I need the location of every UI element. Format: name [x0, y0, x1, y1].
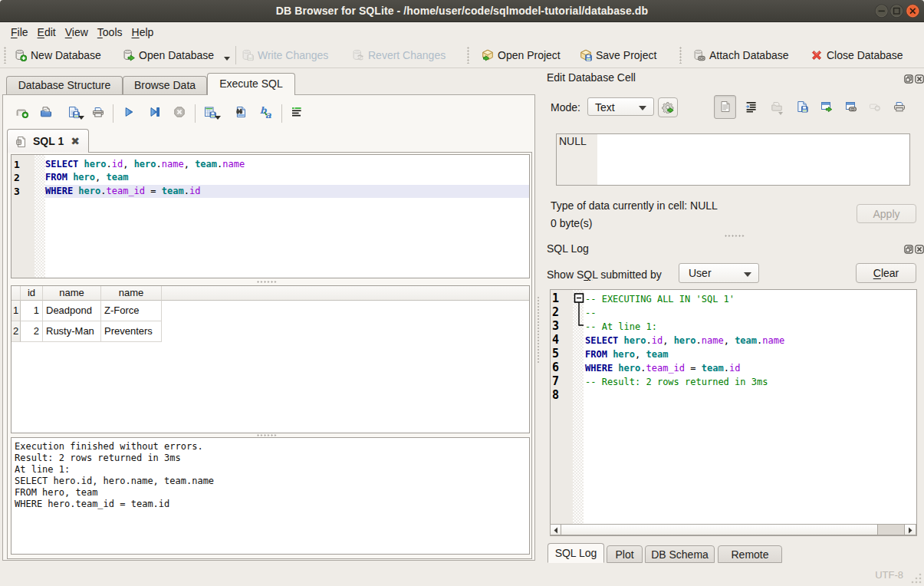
project-open-icon [482, 49, 494, 61]
sql-editor-tab[interactable]: SQL 1✖ [7, 129, 89, 153]
menu-file[interactable]: File [6, 22, 33, 42]
auto-complete-icon[interactable]: b a [260, 106, 272, 118]
format-sql-icon[interactable] [291, 106, 303, 118]
mode-combobox[interactable]: Text [587, 97, 654, 116]
editor-fold-margin [35, 155, 45, 278]
print-cell-icon[interactable] [893, 100, 906, 113]
sql-editor[interactable]: 1SELECT hero.id, hero.name, team.name2FR… [11, 154, 530, 278]
toolbar-new-database[interactable]: New Database [15, 42, 101, 67]
find-icon[interactable] [235, 106, 247, 118]
toolbar-open-database[interactable]: Open Database [123, 42, 214, 67]
close-button[interactable] [906, 5, 919, 17]
edit-cell-float-icon[interactable] [904, 73, 913, 82]
column-header-id-1[interactable]: id [21, 286, 43, 301]
dock-splitter-handle[interactable] [725, 235, 745, 238]
menu-view[interactable]: View [61, 22, 93, 42]
scrollbar-thumb[interactable] [877, 525, 905, 535]
token-pl: . [156, 159, 162, 170]
word-wrap-icon[interactable] [745, 100, 758, 113]
sql-log-float-icon[interactable] [904, 243, 913, 252]
toolbar-grip[interactable] [4, 47, 7, 64]
edit-cell-close-icon[interactable] [915, 73, 924, 82]
cell-value-editor[interactable]: NULL [556, 133, 910, 186]
toolbar-grip[interactable] [679, 47, 682, 64]
clear-button[interactable]: Clear [856, 263, 916, 283]
row-header-2[interactable]: 2 [12, 321, 21, 342]
bottom-tab-db-schema[interactable]: DB Schema [645, 545, 715, 563]
token-tbl: hero [624, 335, 646, 346]
execute-line-icon[interactable] [149, 106, 161, 118]
table-cell[interactable]: Rusty-Man [43, 321, 101, 342]
resize-grip[interactable] [910, 572, 922, 584]
token-pl: = [685, 363, 702, 374]
table-cell[interactable]: 1 [21, 301, 43, 321]
dock-splitter[interactable] [537, 296, 541, 364]
token-cm: -- EXECUTING ALL IN 'SQL 1' [585, 294, 735, 305]
toolbar-label: Save Project [596, 49, 656, 61]
row-header-1[interactable]: 1 [12, 301, 21, 321]
open-database-dropdown-icon[interactable] [224, 57, 230, 61]
token-fld: id [729, 363, 740, 374]
token-fld: name [762, 335, 784, 346]
token-fld: id [112, 159, 123, 170]
print-icon[interactable] [92, 106, 104, 118]
new-sql-tab-icon[interactable] [16, 106, 28, 118]
export-cell-icon[interactable] [820, 100, 833, 113]
table-cell[interactable]: 2 [21, 321, 43, 342]
scrollbar-right-arrow-icon[interactable] [905, 525, 916, 535]
token-tbl: team [195, 159, 217, 170]
sql-document-icon [15, 136, 28, 148]
save-results-icon-dropdown[interactable] [215, 116, 221, 120]
toolbar-grip[interactable] [467, 47, 470, 64]
tab-execute-sql[interactable]: Execute SQL [207, 73, 295, 95]
bottom-tab-sql-log[interactable]: SQL Log [547, 543, 604, 563]
open-sql-file-icon[interactable] [40, 106, 52, 118]
results-table[interactable]: idnamename11DeadpondZ-Force22Rusty-ManPr… [11, 285, 530, 433]
menu-edit[interactable]: Edit [33, 22, 61, 42]
table-cell[interactable]: Z-Force [101, 301, 162, 321]
tab-database-structure[interactable]: Database Structure [6, 76, 123, 94]
sql-log-filter-combobox[interactable]: User [679, 263, 759, 283]
log-code-line: WHERE hero.team_id = team.id [585, 361, 916, 375]
editor-line-number: 1 [14, 158, 32, 172]
toolbar-save-project[interactable]: Save Project [580, 42, 656, 67]
table-cell[interactable]: Preventers [101, 321, 162, 342]
window-title: DB Browser for SQLite - /home/user/code/… [0, 0, 924, 22]
minimize-button[interactable] [876, 5, 888, 17]
column-header-name-3[interactable]: name [101, 286, 162, 301]
sql-log-view[interactable]: 1-- EXECUTING ALL IN 'SQL 1'2--3-- At li… [550, 289, 917, 536]
sql-toolbar-separator [113, 104, 113, 123]
tab-browse-data[interactable]: Browse Data [123, 76, 207, 94]
maximize-button[interactable] [890, 5, 903, 17]
sql-log-title: SQL Log [547, 242, 589, 255]
toolbar-attach-database[interactable]: Attach Database [693, 42, 789, 67]
sql-log-close-icon[interactable] [915, 243, 924, 252]
token-pl: , [724, 335, 735, 346]
save-sql-file-icon-dropdown[interactable] [78, 116, 84, 120]
bottom-tab-plot[interactable]: Plot [607, 545, 643, 563]
copy-link-icon[interactable] [845, 100, 857, 113]
column-header-name-2[interactable]: name [43, 286, 101, 301]
editor-line-number: 3 [14, 185, 32, 199]
execute-all-icon[interactable] [123, 106, 135, 118]
sql-tab-close-icon[interactable]: ✖ [71, 135, 80, 147]
import-settings-button[interactable] [658, 97, 678, 117]
toolbar-close-database[interactable]: Close Database [811, 42, 903, 67]
menu-help[interactable]: Help [127, 22, 159, 42]
sql-log-hscrollbar[interactable] [550, 524, 916, 535]
token-pl: , [635, 349, 646, 360]
save-cell-icon[interactable] [796, 100, 808, 113]
text-mode-icon[interactable] [719, 100, 732, 113]
table-cell[interactable]: Deadpond [43, 301, 101, 321]
sql-toolbar-separator [281, 104, 282, 123]
execution-status-box[interactable]: Execution finished without errors. Resul… [11, 437, 530, 555]
log-code-line: -- EXECUTING ALL IN 'SQL 1' [585, 292, 916, 306]
fold-marker-icon[interactable] [551, 290, 597, 382]
db-close-icon [811, 49, 823, 61]
toolbar-open-project[interactable]: Open Project [482, 42, 561, 67]
bottom-tab-remote[interactable]: Remote [718, 545, 782, 563]
menu-tools[interactable]: Tools [93, 22, 127, 42]
token-pl: . [646, 335, 652, 346]
scrollbar-left-arrow-icon[interactable] [551, 525, 561, 535]
splitter-handle[interactable] [257, 281, 277, 284]
